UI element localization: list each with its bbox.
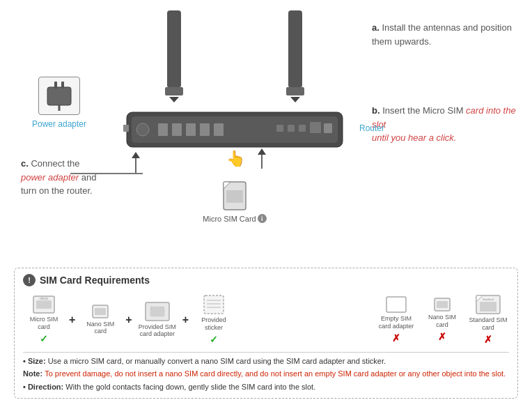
instruction-a-text: Install the antennas and position them u… (372, 22, 512, 47)
sim-nano-alone: Nano SIM card ✗ (421, 298, 463, 342)
direction-text: With the gold contacts facing down, gent… (65, 383, 315, 391)
instruction-c-label: c. (21, 158, 29, 169)
sim-empty-adapter: Empty SIM card adapter ✗ (375, 296, 417, 344)
svg-point-6 (136, 123, 149, 136)
sim-arrow (258, 148, 266, 169)
instruction-c-highlight: power adapter (21, 172, 79, 183)
sticker-check: ✓ (210, 334, 218, 345)
sim-card-label: Micro SIM Card i (203, 214, 266, 223)
cable-arrow (132, 152, 140, 174)
instruction-b: b. Insert the Micro SIM card into the sl… (372, 104, 518, 145)
left-panel: Power adapter (14, 7, 104, 265)
sim-note: Note: To prevent damage, do not insert a… (23, 368, 509, 380)
svg-rect-17 (123, 125, 129, 132)
svg-rect-1 (54, 82, 57, 89)
svg-rect-27 (150, 307, 164, 316)
empty-adapter-label: Empty SIM card adapter (375, 315, 417, 330)
top-section: Power adapter (14, 7, 518, 265)
instruction-c-text-prefix: Connect the (31, 158, 79, 169)
svg-rect-10 (200, 123, 210, 136)
connection-indicator: 👆 (123, 148, 346, 183)
sim-card-text: Micro SIM Card (203, 215, 256, 223)
router-label: Router (359, 123, 384, 133)
sim-card-visual (222, 181, 247, 211)
antennas-container (137, 10, 332, 102)
direction-bullet: • Direction: (23, 383, 63, 391)
hand-cursor-icon: 👆 (226, 150, 245, 168)
sim-size-req: • Size: Use a micro SIM card, or manuall… (23, 355, 509, 367)
sticker-svg (203, 295, 224, 314)
sim-card-nano-group: Nano SIM card (79, 305, 121, 336)
router-body-container: Router (123, 107, 346, 152)
sim-standard: Standard Standard SIM card ✗ (467, 295, 509, 345)
sim-sticker-group: Provided sticker ✓ (193, 295, 235, 345)
antenna-left (165, 10, 183, 102)
sim-req-icon: ! (23, 274, 36, 286)
sim-req-title: SIM Card Requirements (40, 275, 150, 286)
sim-requirements-section: ! SIM Card Requirements micro Micro SIM … (14, 268, 518, 399)
svg-rect-28 (204, 295, 224, 314)
operator-2: + (125, 314, 132, 326)
antenna-right (286, 10, 304, 102)
svg-rect-15 (310, 122, 321, 133)
svg-rect-16 (324, 123, 332, 133)
svg-rect-22 (36, 300, 52, 309)
micro-sim-check: ✓ (40, 333, 48, 344)
sim-card-micro: micro Micro SIM card ✓ (23, 295, 65, 344)
sim-adapter-group: Provided SIM card adapter (136, 302, 178, 339)
divider (23, 352, 509, 353)
sim-info-icon: i (258, 214, 267, 223)
sim-cards-row: micro Micro SIM card ✓ + Nano SIM card + (23, 292, 509, 348)
svg-rect-12 (276, 125, 283, 132)
instruction-b-text-click: until you hear a click. (372, 132, 456, 143)
svg-rect-8 (172, 123, 182, 136)
standard-cross: ✗ (484, 334, 492, 345)
empty-adapter-cross: ✗ (392, 332, 400, 344)
note-label: Note: (23, 369, 45, 378)
power-adapter-icon (42, 79, 77, 114)
svg-rect-2 (61, 82, 64, 89)
nano-alone-svg (434, 298, 451, 312)
svg-rect-32 (386, 297, 406, 312)
empty-adapter-svg (386, 296, 407, 313)
svg-rect-20 (226, 190, 243, 203)
note-text: To prevent damage, do not insert a nano … (45, 369, 506, 378)
svg-rect-0 (47, 87, 71, 105)
sticker-label: Provided sticker (193, 316, 235, 332)
standard-sim-svg: Standard (476, 295, 501, 314)
power-adapter (38, 77, 80, 115)
svg-rect-34 (437, 301, 448, 308)
svg-text:Standard: Standard (483, 298, 494, 301)
operator-3: + (182, 314, 189, 326)
svg-rect-7 (158, 123, 168, 136)
size-text: Use a micro SIM card, or manually conver… (48, 357, 386, 365)
instruction-b-text-prefix: Insert the Micro SIM (382, 105, 466, 116)
svg-rect-11 (214, 123, 224, 136)
size-bullet: • Size: (23, 357, 46, 365)
router-body-svg (123, 107, 346, 150)
sim-adapter-svg (145, 302, 170, 321)
nano-cross: ✗ (438, 331, 446, 342)
svg-rect-9 (186, 123, 196, 136)
svg-rect-14 (299, 125, 306, 132)
instruction-c: c. Connect the power adapter and turn on… (21, 157, 101, 198)
micro-sim-label: Micro SIM card (23, 316, 65, 331)
svg-rect-37 (480, 302, 496, 312)
svg-rect-13 (288, 125, 295, 132)
instruction-a-label: a. (372, 22, 380, 33)
main-container: Power adapter (0, 0, 532, 407)
standard-label: Standard SIM card (467, 316, 509, 332)
sim-adapter-label: Provided SIM card adapter (136, 323, 178, 339)
micro-sim-svg: micro (33, 295, 55, 314)
sim-card-area: Micro SIM Card i (203, 181, 266, 223)
sim-direction-req: • Direction: With the gold contacts faci… (23, 381, 509, 393)
instruction-b-label: b. (372, 105, 380, 116)
instruction-a: a. Install the antennas and position the… (372, 21, 518, 48)
nano-sim-label: Nano SIM card (79, 321, 121, 336)
nano-alone-label: Nano SIM card (421, 314, 463, 329)
svg-text:micro: micro (40, 296, 48, 300)
nano-sim-svg (92, 305, 109, 318)
right-panel: a. Install the antennas and position the… (365, 7, 518, 265)
svg-rect-25 (95, 308, 106, 315)
center-panel: Router 👆 (104, 7, 365, 265)
